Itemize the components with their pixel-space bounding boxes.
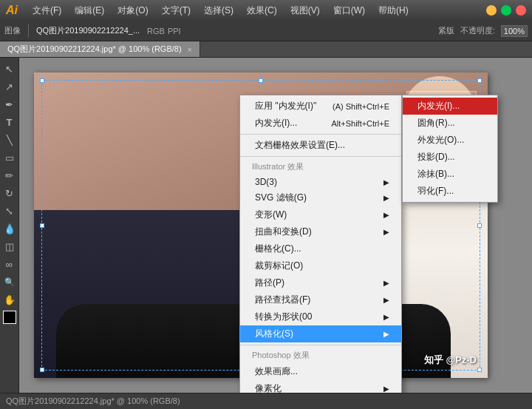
gradient-tool[interactable]: ◫	[1, 238, 18, 254]
line-tool[interactable]: ╲	[1, 132, 18, 148]
photoshop-effects-title: Photoshop 效果	[240, 348, 401, 363]
fill-color[interactable]	[3, 311, 16, 324]
path-arrow: ▶	[383, 279, 389, 287]
sub-inner-glow-label: 内发光(I)...	[417, 100, 460, 112]
window-maximize-btn[interactable]	[501, 5, 511, 16]
rasterize-label: 栅格化(C)...	[255, 243, 301, 255]
blend-tool[interactable]: ∞	[1, 256, 18, 272]
submenu-inner-glow[interactable]: 内发光(I)...	[403, 98, 497, 115]
menu-object[interactable]: 对象(O)	[112, 3, 154, 18]
menu-path[interactable]: 路径(P) ▶	[240, 274, 401, 291]
ppi-value: PPI	[168, 27, 181, 36]
image-label: 图像	[4, 25, 21, 36]
rect-tool[interactable]: ▭	[1, 149, 18, 166]
pathfinder-label: 路径查找器(F)	[255, 294, 310, 306]
pathfinder-arrow: ▶	[383, 296, 389, 304]
menu-rasterize[interactable]: 栅格化(C)...	[240, 240, 401, 257]
menu-view[interactable]: 视图(V)	[284, 3, 326, 18]
menu-file[interactable]: 文件(F)	[27, 3, 67, 18]
warp-label: 变形(W)	[255, 209, 287, 221]
submenu-drop-shadow[interactable]: 投影(D)...	[403, 149, 497, 166]
menu-stylize[interactable]: 风格化(S) ▶	[240, 325, 401, 342]
submenu-feather[interactable]: 羽化(F)...	[403, 183, 497, 200]
hand-tool[interactable]: ✋	[1, 291, 18, 308]
opacity-label: 不透明度:	[460, 25, 495, 36]
sub-scribble-label: 涂抹(B)...	[417, 168, 454, 180]
sub-outer-glow-label: 外发光(O)...	[417, 134, 464, 146]
menu-inner-glow[interactable]: 内发光(I)... Alt+Shift+Ctrl+E	[240, 115, 401, 132]
pixelate-arrow: ▶	[383, 385, 389, 393]
menu-pathfinder[interactable]: 路径查找器(F) ▶	[240, 291, 401, 308]
type-tool[interactable]: T	[1, 114, 18, 130]
eyedropper-tool[interactable]: 💧	[1, 220, 18, 237]
pen-tool[interactable]: ✒	[1, 96, 18, 112]
doc-name: QQ图片20190902212224_...	[36, 25, 140, 36]
menu-apply-inner-glow[interactable]: 应用 "内发光(I)" (A) Shift+Ctrl+E	[240, 98, 401, 115]
direct-select-tool[interactable]: ↗	[1, 78, 18, 95]
svg-filter-arrow: ▶	[383, 194, 389, 202]
rgb-label: RGB	[147, 27, 165, 36]
scale-tool[interactable]: ⤡	[1, 203, 18, 219]
brush-tool[interactable]: ✏	[1, 167, 18, 183]
document-tab[interactable]: QQ图片20190902212224.jpg* @ 100% (RGB/8) ×	[0, 41, 200, 57]
menu-raster-effect-settings[interactable]: 文档栅格效果设置(E)...	[240, 137, 401, 154]
submenu-outer-glow[interactable]: 外发光(O)...	[403, 132, 497, 149]
path-label: 路径(P)	[255, 277, 284, 289]
rotate-tool[interactable]: ↻	[1, 185, 18, 201]
menu-3d[interactable]: 3D(3) ▶	[240, 175, 401, 189]
menu-svg-filter[interactable]: SVG 滤镜(G) ▶	[240, 189, 401, 206]
separator-1	[240, 134, 401, 135]
3d-label: 3D(3)	[255, 177, 277, 187]
gallery-label: 效果画廊...	[255, 365, 298, 378]
submenu-scribble[interactable]: 涂抹(B)...	[403, 166, 497, 183]
crop-marks-label: 裁剪标记(O)	[255, 260, 303, 272]
sub-drop-shadow-label: 投影(D)...	[417, 151, 455, 163]
menu-gallery[interactable]: 效果画廊...	[240, 363, 401, 380]
menu-help[interactable]: 帮助(H)	[372, 3, 415, 18]
toolbar-doc-info: QQ图片20190902212224_... RGB PPI	[36, 25, 181, 36]
separator-2	[240, 156, 401, 157]
status-doc-info: QQ图片20190902212224.jpg* @ 100% (RGB/8)	[6, 396, 180, 407]
select-tool[interactable]: ↖	[1, 61, 18, 77]
illustrator-effects-title: Illustrator 效果	[240, 159, 401, 175]
workspace: ↖ ↗ ✒ T ╲ ▭ ✏ ↻ ⤡ 💧 ◫ ∞ 🔍 ✋	[0, 58, 532, 393]
menu-pixelate[interactable]: 像素化 ▶	[240, 380, 401, 393]
window-close-btn[interactable]	[516, 5, 526, 16]
inner-glow-label: 内发光(I)...	[255, 117, 297, 129]
submenu-round-corners[interactable]: 圆角(R)...	[403, 115, 497, 132]
sub-round-corners-label: 圆角(R)...	[417, 117, 455, 129]
stylize-submenu[interactable]: 内发光(I)... 圆角(R)... 外发光(O)... 投影(D)... 涂抹…	[402, 95, 498, 203]
distort-arrow: ▶	[383, 228, 389, 236]
window-minimize-btn[interactable]	[486, 5, 497, 16]
toolbar-doc-label: 图像	[4, 25, 21, 36]
toolbox: ↖ ↗ ✒ T ╲ ▭ ✏ ↻ ⤡ 💧 ◫ ∞ 🔍 ✋	[0, 58, 19, 393]
menu-text[interactable]: 文字(T)	[156, 3, 197, 18]
menu-crop-marks[interactable]: 裁剪标记(O)	[240, 257, 401, 274]
raster-effect-label: 文档栅格效果设置(E)...	[255, 139, 345, 152]
title-menu-bar[interactable]: 文件(F) 编辑(E) 对象(O) 文字(T) 选择(S) 效果(C) 视图(V…	[27, 3, 415, 18]
sub-feather-label: 羽化(F)...	[417, 185, 454, 197]
menu-effect[interactable]: 效果(C)	[241, 3, 283, 18]
menu-convert-shape[interactable]: 转换为形状(00 ▶	[240, 308, 401, 325]
opacity-value[interactable]: 100%	[501, 25, 528, 37]
menu-window[interactable]: 窗口(W)	[327, 3, 371, 18]
app-logo: Ai	[6, 4, 18, 17]
pixelate-label: 像素化	[255, 382, 282, 393]
inner-glow-shortcut: Alt+Shift+Ctrl+E	[316, 119, 389, 128]
menu-select[interactable]: 选择(S)	[198, 3, 239, 18]
convert-shape-label: 转换为形状(00	[255, 311, 312, 323]
menu-edit[interactable]: 编辑(E)	[69, 3, 110, 18]
menu-distort-transform[interactable]: 扭曲和变换(D) ▶	[240, 223, 401, 240]
separator-3	[240, 345, 401, 345]
main-toolbar: 图像 QQ图片20190902212224_... RGB PPI 紧版 不透明…	[0, 21, 532, 41]
toolbar-divider-1	[28, 24, 29, 38]
layout-label: 紧版	[438, 25, 454, 36]
tab-close-btn[interactable]: ×	[188, 45, 192, 54]
canvas-area[interactable]: ✦ BÉBÉ. 知乎 @Pz-D	[19, 58, 532, 393]
zoom-tool[interactable]: 🔍	[1, 274, 18, 290]
tab-label: QQ图片20190902212224.jpg* @ 100% (RGB/8)	[7, 44, 182, 55]
effect-dropdown-menu[interactable]: 应用 "内发光(I)" (A) Shift+Ctrl+E 内发光(I)... A…	[239, 95, 402, 393]
convert-shape-arrow: ▶	[383, 313, 389, 321]
apply-inner-glow-shortcut: (A) Shift+Ctrl+E	[318, 102, 389, 111]
menu-warp[interactable]: 变形(W) ▶	[240, 206, 401, 223]
